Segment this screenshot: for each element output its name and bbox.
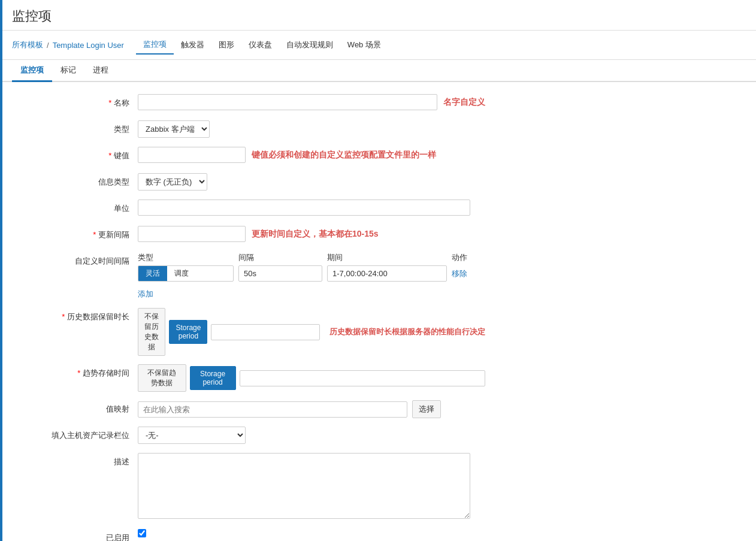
trend-row: 趋势存储时间 不保留趋势数据 Storage period 365d (18, 364, 738, 392)
nav-tab-monitor[interactable]: 监控项 (136, 35, 174, 55)
host-record-row: 填入主机资产记录栏位 -无- 名称 类型 (18, 427, 738, 445)
custom-interval-data-row: 灵活 调度 移除 (138, 265, 485, 282)
custom-interval-row: 自定义时间间隔 类型 间隔 期间 动作 灵活 调度 移除 添加 (18, 252, 738, 300)
update-interval-label: 更新间隔 (18, 226, 138, 240)
name-control: Number of login users 名字自定义 (138, 94, 485, 110)
page-title: 监控项 (12, 7, 744, 25)
breadcrumb-template[interactable]: Template Login User (53, 41, 124, 50)
type-row: 类型 Zabbix 客户端 Zabbix 主动式 HTTP 监控 (18, 120, 738, 138)
host-record-label: 填入主机资产记录栏位 (18, 427, 138, 441)
history-control: 不保留历史数据 Storage period 30d 历史数据保留时长根据服务器… (138, 308, 485, 356)
enabled-checkbox[interactable] (138, 529, 146, 537)
add-interval-link[interactable]: 添加 (138, 289, 153, 300)
key-label: 键值 (18, 147, 138, 161)
value-map-row: 值映射 选择 (18, 400, 738, 418)
history-annotation: 历史数据保留时长根据服务器的性能自行决定 (329, 327, 485, 337)
host-record-select[interactable]: -无- 名称 类型 (138, 427, 246, 444)
top-nav: 所有模板 / Template Login User 监控项 触发器 图形 仪表… (0, 31, 756, 60)
breadcrumb-all-templates[interactable]: 所有模板 (12, 40, 43, 50)
history-row: 历史数据保留时长 不保留历史数据 Storage period 30d 历史数据… (18, 308, 738, 356)
description-textarea[interactable] (138, 453, 470, 519)
type-select[interactable]: Zabbix 客户端 Zabbix 主动式 HTTP 监控 (138, 120, 210, 138)
ci-remove-link[interactable]: 移除 (452, 268, 488, 279)
info-type-row: 信息类型 数字 (无正负) 数字 (浮点) 字符 (18, 173, 738, 191)
key-control: login.user 键值必须和创建的自定义监控项配置文件里的一样 (138, 147, 485, 163)
nav-tab-discovery[interactable]: 自动发现规则 (279, 36, 340, 54)
nav-tab-dashboard[interactable]: 仪表盘 (241, 36, 279, 54)
nav-tab-graph[interactable]: 图形 (211, 36, 241, 54)
info-type-select[interactable]: 数字 (无正负) 数字 (浮点) 字符 (138, 173, 207, 191)
info-type-label: 信息类型 (18, 173, 138, 188)
ci-header-type: 类型 (138, 252, 234, 263)
unit-input[interactable] (138, 200, 470, 216)
name-annotation: 名字自定义 (443, 97, 485, 108)
ci-type-toggle[interactable]: 灵活 调度 (138, 265, 234, 282)
name-input[interactable]: Number of login users (138, 94, 437, 110)
ci-interval-input[interactable] (238, 265, 322, 282)
sub-tab-items[interactable]: 监控项 (12, 60, 52, 82)
host-record-control: -无- 名称 类型 (138, 427, 485, 444)
custom-interval-label: 自定义时间间隔 (18, 252, 138, 267)
description-control (138, 453, 485, 521)
ci-type-schedule[interactable]: 调度 (167, 266, 196, 281)
description-row: 描述 (18, 453, 738, 521)
type-label: 类型 (18, 120, 138, 135)
page-header: 监控项 (0, 0, 756, 31)
enabled-control (138, 529, 485, 537)
nav-tab-web[interactable]: Web 场景 (340, 36, 388, 54)
name-row: 名称 Number of login users 名字自定义 (18, 94, 738, 112)
enabled-row: 已启用 (18, 529, 738, 541)
key-input[interactable]: login.user (138, 147, 246, 163)
name-label: 名称 (18, 94, 138, 108)
sub-tab-process[interactable]: 进程 (84, 60, 117, 82)
update-interval-row: 更新间隔 10s 更新时间自定义，基本都在10-15s (18, 226, 738, 244)
type-control: Zabbix 客户端 Zabbix 主动式 HTTP 监控 (138, 120, 485, 138)
breadcrumb-separator: / (47, 41, 49, 50)
unit-label: 单位 (18, 200, 138, 214)
nav-tab-trigger[interactable]: 触发器 (174, 36, 211, 54)
key-row: 键值 login.user 键值必须和创建的自定义监控项配置文件里的一样 (18, 147, 738, 165)
ci-period-input[interactable] (327, 265, 447, 282)
trend-value-input[interactable]: 365d (240, 370, 485, 386)
update-interval-input[interactable]: 10s (138, 226, 246, 242)
left-accent (0, 0, 2, 541)
ci-header-period: 期间 (327, 252, 447, 263)
history-value-input[interactable]: 30d (211, 324, 320, 340)
history-label: 历史数据保留时长 (18, 308, 138, 322)
unit-control (138, 200, 485, 216)
update-interval-annotation: 更新时间自定义，基本都在10-15s (252, 229, 379, 240)
sub-tab-tags[interactable]: 标记 (52, 60, 84, 82)
custom-interval-header: 类型 间隔 期间 动作 (138, 252, 485, 263)
ci-type-flexible[interactable]: 灵活 (138, 266, 167, 281)
trend-control: 不保留趋势数据 Storage period 365d (138, 364, 485, 392)
trend-btn-no-storage[interactable]: 不保留趋势数据 (138, 364, 186, 392)
history-btn-storage-period[interactable]: Storage period (169, 320, 207, 344)
ci-header-action: 动作 (452, 252, 488, 263)
value-map-control: 选择 (138, 400, 485, 418)
trend-btn-storage-period[interactable]: Storage period (190, 366, 236, 390)
info-type-control: 数字 (无正负) 数字 (浮点) 字符 (138, 173, 485, 191)
update-interval-control: 10s 更新时间自定义，基本都在10-15s (138, 226, 485, 242)
description-label: 描述 (18, 453, 138, 467)
main-content: 名称 Number of login users 名字自定义 类型 Zabbix… (0, 82, 756, 541)
trend-label: 趋势存储时间 (18, 364, 138, 379)
value-map-select-btn[interactable]: 选择 (412, 400, 441, 418)
history-btn-no-storage[interactable]: 不保留历史数据 (138, 308, 165, 356)
sub-nav: 监控项 标记 进程 (0, 60, 756, 82)
unit-row: 单位 (18, 200, 738, 217)
enabled-label: 已启用 (18, 529, 138, 541)
value-map-label: 值映射 (18, 400, 138, 415)
custom-interval-control: 类型 间隔 期间 动作 灵活 调度 移除 添加 (138, 252, 485, 300)
ci-header-interval: 间隔 (238, 252, 322, 263)
value-map-input[interactable] (138, 401, 407, 418)
key-annotation: 键值必须和创建的自定义监控项配置文件里的一样 (252, 150, 436, 161)
